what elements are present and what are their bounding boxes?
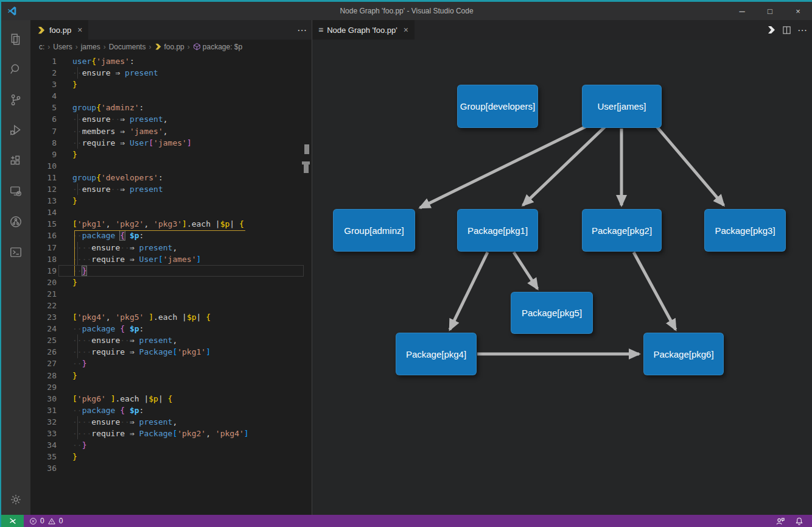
tab-node-graph[interactable]: ≡ Node Graph 'foo.pp' × (312, 20, 415, 40)
search-icon[interactable] (1, 54, 30, 85)
line-number: 34 (30, 439, 57, 451)
split-editor-icon[interactable] (782, 26, 791, 35)
overview-ruler-mark (304, 164, 309, 173)
title-bar: Node Graph 'foo.pp' - Visual Studio Code… (1, 2, 812, 20)
line-number: 10 (30, 160, 57, 172)
line-number: 35 (30, 451, 57, 462)
minimize-button[interactable]: ─ (728, 2, 756, 20)
tab-close-icon[interactable]: × (77, 25, 82, 35)
code-line[interactable]: 12··ensure··⇒ present (30, 183, 312, 195)
node-graph-canvas: Group[developers]User[james]Group[adminz… (312, 40, 812, 515)
breadcrumb-item[interactable]: package: $p (193, 43, 242, 51)
code-line[interactable]: 16··package { $p: (30, 230, 312, 241)
editor-more-actions-icon[interactable]: ⋯ (297, 24, 307, 36)
breadcrumb-item[interactable]: Documents (109, 43, 146, 51)
breadcrumb-separator: › (103, 43, 106, 51)
breadcrumb[interactable]: c:›Users›james›Documents›foo.pp›package:… (30, 40, 312, 54)
code-line[interactable]: 7··members ⇒ 'james', (30, 126, 312, 137)
window-title: Node Graph 'foo.pp' - Visual Studio Code (1, 7, 812, 15)
overview-ruler-scrollbar[interactable] (304, 54, 312, 515)
maximize-button[interactable]: □ (756, 2, 784, 20)
code-line[interactable]: 20} (30, 277, 312, 288)
code-line[interactable]: 31··package { $p: (30, 405, 312, 416)
problems-status[interactable]: 0 0 (29, 517, 63, 525)
code-line[interactable]: 14 (30, 207, 312, 218)
run-debug-icon[interactable] (1, 115, 30, 146)
panel-more-actions-icon[interactable]: ⋯ (797, 24, 807, 36)
panel-tab-bar: ≡ Node Graph 'foo.pp' × ⋯ (312, 20, 812, 40)
indent-guide (77, 334, 78, 358)
bell-icon[interactable] (795, 517, 803, 526)
line-number: 16 (30, 230, 57, 241)
line-number: 3 (30, 79, 57, 90)
code-editor[interactable]: 1user{'james':2··ensure ⇒ present3}45gro… (30, 54, 312, 515)
code-line[interactable]: 3} (30, 79, 312, 90)
code-line[interactable]: 4 (30, 90, 312, 102)
line-number: 15 (30, 218, 57, 230)
breadcrumb-item[interactable]: james (81, 43, 100, 51)
code-line[interactable]: 11group{'developers': (30, 172, 312, 183)
code-line[interactable]: 30['pkg6' ].each |$p| { (30, 393, 312, 405)
code-line[interactable]: 26····require ⇒ Package['pkg1'] (30, 346, 312, 358)
code-line[interactable]: 23['pkg4', 'pkg5' ].each |$p| { (30, 311, 312, 323)
line-number: 6 (30, 113, 57, 125)
code-line[interactable]: 32····ensure··⇒ present, (30, 416, 312, 428)
manage-gear-icon[interactable] (1, 484, 30, 515)
puppet-node-graph-icon[interactable] (1, 207, 30, 237)
graph-node-package-pkg4: Package[pkg4] (396, 333, 477, 375)
code-line[interactable]: 21 (30, 288, 312, 300)
breadcrumb-separator: › (149, 43, 151, 51)
code-line[interactable]: 28} (30, 370, 312, 381)
extensions-icon[interactable] (1, 146, 30, 176)
graph-edge-package-pkg1-to-package-pkg4 (450, 252, 488, 330)
explorer-icon[interactable] (1, 24, 30, 54)
code-line[interactable]: 5group{'adminz': (30, 102, 312, 113)
close-button[interactable]: × (784, 2, 812, 20)
breadcrumb-item[interactable]: c: (39, 43, 44, 51)
code-line[interactable]: 24··package { $p: (30, 323, 312, 334)
code-line[interactable]: 35} (30, 451, 312, 462)
puppet-action-icon[interactable] (766, 25, 776, 35)
code-line[interactable]: 8··require ⇒ User['james'] (30, 137, 312, 149)
code-line[interactable]: 13} (30, 195, 312, 207)
code-line[interactable]: 9} (30, 149, 312, 160)
line-number: 26 (30, 346, 57, 358)
puppet-file-icon (37, 26, 46, 35)
code-line[interactable]: 27··} (30, 358, 312, 369)
code-line[interactable]: 36 (30, 462, 312, 474)
code-line[interactable]: 17····ensure··⇒ present, (30, 242, 312, 253)
indent-guide (77, 183, 78, 195)
line-number: 23 (30, 311, 57, 323)
code-line[interactable]: 15['pkg1', 'pkg2', 'pkg3'].each |$p| { (30, 218, 312, 230)
feedback-icon[interactable] (775, 517, 785, 526)
code-line[interactable]: 29 (30, 381, 312, 393)
editor-tab-bar: foo.pp × ⋯ (30, 20, 312, 40)
code-line[interactable]: 25····ensure··⇒ present, (30, 334, 312, 346)
graph-node-group-adminz: Group[adminz] (333, 209, 415, 252)
tab-foo-pp[interactable]: foo.pp × (30, 20, 88, 40)
code-line[interactable]: 2··ensure ⇒ present (30, 67, 312, 79)
remote-window-indicator[interactable] (1, 515, 24, 527)
line-number: 29 (30, 381, 57, 393)
terminal-icon[interactable] (1, 237, 30, 267)
breadcrumb-item[interactable]: foo.pp (154, 43, 184, 51)
code-line[interactable]: 18····require ⇒ User['james'] (30, 253, 312, 265)
line-number: 1 (30, 55, 57, 67)
panel-tab-close-icon[interactable]: × (404, 25, 408, 35)
code-line[interactable]: 6··ensure··⇒ present, (30, 113, 312, 125)
code-line[interactable]: 34··} (30, 439, 312, 451)
code-line[interactable]: 33····require ⇒ Package['pkg2', 'pkg4'] (30, 428, 312, 439)
editor-group: foo.pp × ⋯ c:›Users›james›Documents›foo.… (30, 20, 312, 515)
code-line[interactable]: 10 (30, 160, 312, 172)
vscode-window: Node Graph 'foo.pp' - Visual Studio Code… (0, 0, 812, 527)
breadcrumb-separator: › (47, 43, 50, 51)
graph-node-package-pkg5: Package[pkg5] (511, 292, 593, 334)
source-control-icon[interactable] (1, 85, 30, 115)
error-count: 0 (40, 517, 44, 525)
breadcrumb-item[interactable]: Users (53, 43, 72, 51)
remote-icon (9, 517, 17, 525)
remote-explorer-icon[interactable] (1, 176, 30, 207)
line-number: 5 (30, 102, 57, 113)
code-line[interactable]: 22 (30, 300, 312, 311)
code-line[interactable]: 1user{'james': (30, 55, 312, 67)
